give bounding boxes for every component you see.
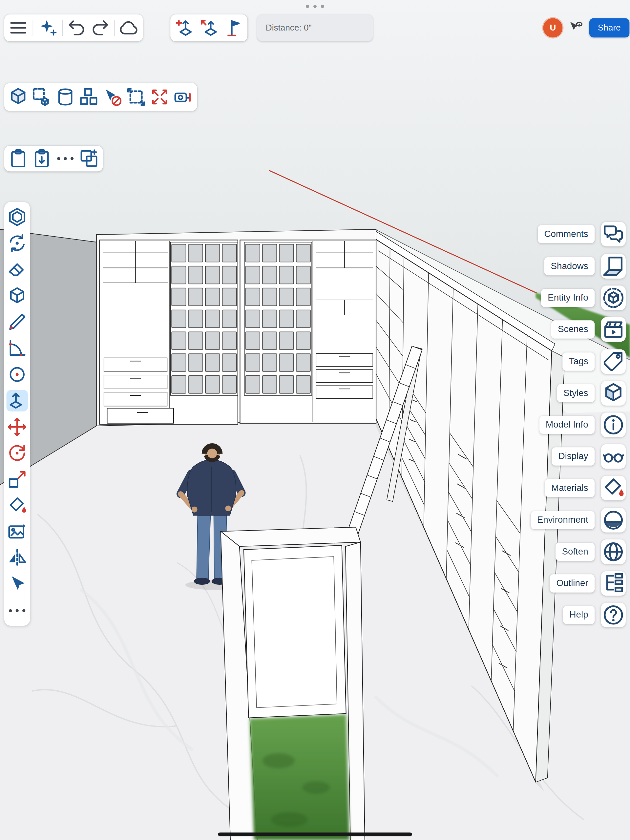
panel-button-comments[interactable]: Comments [538, 225, 595, 243]
panel-button-soften[interactable]: Soften [556, 543, 595, 561]
panel-button-display[interactable]: Display [552, 447, 595, 466]
panel-button-materials[interactable]: Materials [545, 479, 595, 497]
push-pull-icon [6, 390, 28, 412]
arc-icon [6, 338, 28, 359]
paint-bucket-icon [6, 495, 28, 516]
share-button[interactable]: Share [589, 18, 629, 38]
push-pull-tool-button[interactable] [6, 390, 28, 412]
menu-button[interactable] [8, 17, 29, 38]
viewport-3d[interactable] [0, 0, 630, 840]
soften-panel-toggle[interactable] [601, 540, 626, 564]
pushpull-snap-button[interactable] [198, 17, 219, 38]
panel-button-scenes[interactable]: Scenes [551, 320, 595, 339]
cylinder-icon [55, 86, 76, 107]
help-panel-toggle[interactable] [601, 603, 626, 627]
match-photo-tool-button[interactable] [6, 521, 28, 543]
move-tool-button[interactable] [6, 416, 28, 438]
more-tools-button[interactable] [6, 600, 28, 622]
shelving-unit-right[interactable] [240, 240, 376, 423]
solid-group-button[interactable] [78, 86, 99, 107]
ai-assistant-button[interactable] [37, 17, 58, 38]
paint-bucket-tool-button[interactable] [6, 495, 28, 516]
model-info-icon [601, 412, 626, 437]
rotate-tool-button[interactable] [6, 443, 28, 464]
scale-tool-button[interactable] [6, 469, 28, 490]
flip-tool-button[interactable] [6, 548, 28, 569]
panel-button-environment[interactable]: Environment [531, 511, 595, 530]
deselect-button[interactable] [102, 86, 123, 107]
arc-tool-button[interactable] [6, 338, 28, 359]
cylinder-primitive-button[interactable] [55, 86, 76, 107]
comments-icon [601, 222, 626, 246]
flip-icon [6, 548, 28, 569]
cloud-sync-icon [118, 17, 140, 38]
distance-label: Distance: 0" [266, 23, 312, 33]
home-indicator[interactable] [218, 832, 412, 836]
entity-info-icon [601, 286, 626, 310]
panel-button-outliner[interactable]: Outliner [550, 574, 595, 592]
redo-icon [89, 17, 110, 38]
panel-button-shadows[interactable]: Shadows [544, 257, 595, 276]
components-button[interactable] [31, 86, 52, 107]
selection-bounds-button[interactable] [125, 86, 147, 107]
model-info-panel-toggle[interactable] [601, 412, 626, 437]
clipboard-more-button[interactable] [55, 148, 76, 169]
zoom-extents-button[interactable] [149, 86, 170, 107]
comments-panel-toggle[interactable] [601, 222, 626, 246]
sketchup-home-button[interactable] [6, 206, 28, 228]
select-tool-button[interactable] [6, 574, 28, 595]
tape-measure-button[interactable] [172, 86, 194, 107]
orbit-tool-button[interactable] [6, 233, 28, 254]
solid-box-icon [8, 86, 29, 107]
panel-button-tags[interactable]: Tags [562, 352, 595, 371]
paste-in-place-button[interactable] [31, 148, 52, 169]
pushpull-add-button[interactable] [174, 17, 195, 38]
pushpull-add-icon [174, 17, 195, 38]
shadows-panel-toggle[interactable] [601, 254, 626, 279]
select-icon [6, 574, 28, 595]
entity-info-panel-toggle[interactable] [601, 286, 626, 310]
flag-tool-button[interactable] [223, 17, 244, 38]
line-tool-button[interactable] [6, 311, 28, 333]
undo-button[interactable] [66, 17, 88, 38]
scenes-panel-toggle[interactable] [601, 317, 626, 342]
sketchup-logo-icon [6, 206, 28, 228]
materials-icon [601, 476, 626, 501]
display-panel-toggle[interactable] [601, 444, 626, 469]
styles-panel-toggle[interactable] [601, 381, 626, 406]
display-icon [601, 444, 626, 469]
solid-box-button[interactable] [8, 86, 29, 107]
pushpull-options-toolbar [170, 14, 248, 41]
panel-button-styles[interactable]: Styles [557, 384, 595, 403]
selection-bounds-icon [125, 86, 147, 107]
paste-in-place-icon [31, 148, 52, 169]
outliner-panel-toggle[interactable] [601, 571, 626, 595]
shelving-unit-left[interactable] [100, 240, 238, 424]
app-window: Distance: 0" U Share Comments Shadows En… [0, 0, 630, 840]
toolbar-divider [33, 20, 33, 36]
orbit-icon [6, 233, 28, 254]
circle-tool-button[interactable] [6, 364, 28, 385]
panel-button-model-info[interactable]: Model Info [539, 416, 595, 434]
grass-through-doorway [250, 715, 349, 840]
panel-button-help[interactable]: Help [563, 606, 595, 624]
redo-button[interactable] [89, 17, 110, 38]
copy-plus-icon [78, 148, 99, 169]
toolbar-divider [62, 20, 63, 36]
window-drag-handle[interactable] [306, 5, 324, 8]
eraser-tool-button[interactable] [6, 259, 28, 280]
distance-measurement-field[interactable]: Distance: 0" [257, 14, 373, 41]
shape-tool-button[interactable] [6, 285, 28, 306]
tags-panel-toggle[interactable] [601, 349, 626, 374]
account-avatar[interactable]: U [543, 18, 563, 38]
cloud-sync-button[interactable] [118, 17, 140, 38]
pointer-visibility-button[interactable] [568, 20, 584, 36]
paste-button[interactable] [8, 148, 29, 169]
scale-icon [6, 469, 28, 490]
panel-button-entity-info[interactable]: Entity Info [542, 289, 595, 307]
environment-panel-toggle[interactable] [601, 508, 626, 532]
circle-icon [6, 364, 28, 385]
materials-panel-toggle[interactable] [601, 476, 626, 501]
copy-plus-button[interactable] [78, 148, 99, 169]
environment-icon [601, 508, 626, 532]
